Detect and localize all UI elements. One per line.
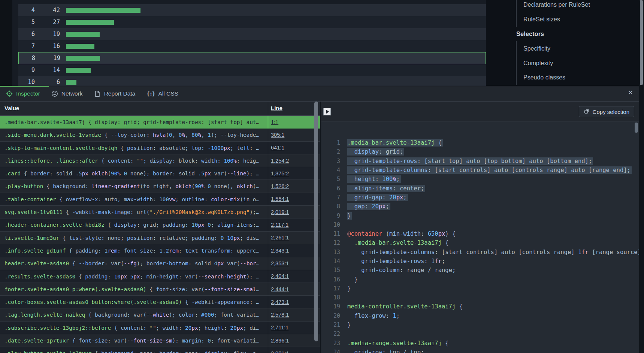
frequency-row[interactable]: 442: [18, 4, 486, 16]
ruleset-value-cell: header.svelte-asdas0 { --border: var(--f…: [4, 257, 264, 269]
line-number: 4: [321, 167, 340, 174]
frequency-row[interactable]: 914: [18, 64, 486, 76]
panel-toggle-icon[interactable]: [323, 108, 331, 115]
line-link[interactable]: 2,901:1: [271, 347, 289, 353]
table-row[interactable]: .color-boxes.svelte-asdas0 button:where(…: [0, 296, 320, 308]
table-row[interactable]: .subscribe.svelte-13gboj2::before { cont…: [0, 322, 320, 334]
table-row[interactable]: .media-bar.svelte-13aai7j { display: gri…: [0, 116, 320, 129]
frequency-row[interactable]: 619: [18, 28, 486, 40]
line-link[interactable]: 2,261:1: [271, 232, 289, 244]
table-row[interactable]: .header-container.svelte-kbdi8z { displa…: [0, 218, 320, 231]
table-row[interactable]: .table-container { overflow-x: auto; max…: [0, 193, 320, 206]
table-row[interactable]: .card { border: solid .5px oklch(90% 0 n…: [0, 167, 320, 180]
inspector-panel: Inspector Network Report Data {:} All: [0, 86, 639, 353]
page-scrollbar-thumb[interactable]: [640, 0, 643, 85]
code-line-text: display: grid;: [347, 148, 404, 156]
line-link[interactable]: 2,711:1: [271, 322, 288, 334]
frequency-row[interactable]: 819: [18, 52, 486, 64]
ruleset-value-cell: .play-button.svelte-1p7tuxr { background…: [4, 347, 264, 353]
frequency-row[interactable]: 716: [18, 40, 486, 52]
code-line: 1.media-bar.svelte-13aai7j {: [321, 138, 639, 147]
bar: [66, 20, 114, 25]
bar: [66, 80, 76, 85]
table-row[interactable]: .lines::before, .lines::after { content:…: [0, 154, 320, 167]
code-line-text: grid-template-rows: [start top] auto [to…: [347, 157, 593, 165]
code-line-text: gap: 20px;: [347, 203, 390, 210]
table-row[interactable]: .date.svelte-1p7tuxr { font-size: var(--…: [0, 334, 320, 347]
ruleset-value-cell: .play-button { background: linear-gradie…: [4, 180, 264, 192]
code-scrollbar-thumb[interactable]: [635, 123, 638, 133]
table-scrollbar-thumb[interactable]: [314, 102, 318, 341]
frequency-row[interactable]: 106: [18, 76, 486, 86]
table-row[interactable]: .tag.length.svelte-naikeq { background: …: [0, 308, 320, 321]
code-line-text: }: [347, 322, 351, 328]
ruleset-value-cell: .lines::before, .lines::after { content:…: [4, 154, 264, 167]
line-link[interactable]: 2,353:1: [271, 257, 289, 269]
line-link[interactable]: 1,554:1: [271, 193, 289, 205]
frequency-row[interactable]: 527: [18, 16, 486, 28]
line-link[interactable]: 305:1: [271, 129, 284, 141]
code-line: 14 grid-template-rows: 1fr;: [321, 257, 639, 266]
line-link[interactable]: 2,444:1: [271, 283, 289, 295]
sidebar-item[interactable]: RuleSet sizes: [523, 12, 632, 27]
line-link[interactable]: 641:1: [271, 142, 284, 154]
ruleset-value-cell: .tag.length.svelte-naikeq { background: …: [4, 308, 264, 321]
sidebar-item[interactable]: Declarations per RuleSet: [523, 0, 632, 12]
bucket-label: 9: [18, 67, 35, 73]
code-line: 3 grid-template-rows: [start top] auto […: [321, 157, 639, 166]
code-line-text: height: 100%;: [347, 175, 401, 183]
line-link[interactable]: 1,526:2: [271, 180, 289, 192]
code-line: 22: [321, 329, 639, 338]
line-link[interactable]: 1,375:2: [271, 167, 289, 179]
line-link[interactable]: 2,404:1: [271, 270, 289, 283]
line-link[interactable]: 1:1: [271, 116, 278, 128]
line-number: 15: [321, 267, 340, 274]
bar: [66, 8, 140, 13]
table-row[interactable]: .play-button.svelte-1p7tuxr { background…: [0, 347, 320, 353]
bar: [66, 44, 94, 49]
sidebar-item[interactable]: Complexity: [523, 56, 632, 70]
tab-report-data[interactable]: Report Data: [94, 90, 136, 97]
count-value: 42: [35, 7, 60, 13]
line-link[interactable]: 2,578:1: [271, 308, 289, 321]
column-header-line[interactable]: Line: [271, 105, 282, 111]
line-link[interactable]: 2,896:1: [271, 334, 289, 347]
ruleset-value-cell: .subscribe.svelte-13gboj2::before { cont…: [4, 322, 264, 334]
table-row[interactable]: .skip-to-main-content.svelte-dbylqh { po…: [0, 142, 320, 154]
ruleset-value-cell: .color-boxes.svelte-asdas0 button:where(…: [4, 296, 264, 308]
code-line-text: flex-grow: 1;: [347, 313, 400, 319]
line-link[interactable]: 2,473:1: [271, 296, 289, 308]
code-line-text: }: [347, 285, 351, 292]
frequency-chart: 442527619716819914106: [12, 0, 486, 86]
table-row[interactable]: .results.svelte-asdas0 { padding: 10px 5…: [0, 270, 320, 283]
code-editor[interactable]: 1.media-bar.svelte-13aai7j {2 display: g…: [321, 121, 639, 353]
code-line: 7 grid-gap: 20px;: [321, 193, 639, 202]
line-link[interactable]: 2,019:1: [271, 206, 289, 218]
copy-selection-button[interactable]: Copy selection: [579, 106, 634, 117]
sidebar-item[interactable]: Specificity: [523, 41, 632, 56]
count-value: 27: [35, 19, 60, 25]
table-row[interactable]: svg.svelte-1tw8111 { -webkit-mask-image:…: [0, 206, 320, 218]
table-row[interactable]: .side-menu.dark.svelte-1vsndze { --toy-c…: [0, 129, 320, 141]
sidebar-item[interactable]: Pseudo classes: [523, 70, 632, 85]
tab-inspector[interactable]: Inspector: [6, 90, 40, 97]
line-link[interactable]: 2,343:1: [271, 244, 289, 257]
table-row[interactable]: .play-button { background: linear-gradie…: [0, 180, 320, 193]
count-value: 19: [35, 31, 60, 37]
frequency-chart-region: 442527619716819914106 Declarations per R…: [0, 0, 644, 86]
panel-tab-bar: Inspector Network Report Data {:} All: [0, 86, 639, 102]
table-row[interactable]: header.svelte-asdas0 { --border: var(--f…: [0, 257, 320, 270]
close-icon[interactable]: ✕: [628, 89, 633, 97]
table-row[interactable]: .info.svelte-gd1unf { padding: 1rem; fon…: [0, 244, 320, 257]
bucket-label: 4: [18, 7, 35, 13]
page-scrollbar[interactable]: [639, 0, 644, 353]
tab-all-css[interactable]: {:} All CSS: [146, 90, 178, 97]
tab-network[interactable]: Network: [51, 90, 83, 97]
table-row[interactable]: li.svelte-1ume3ur { list-style: none; po…: [0, 232, 320, 244]
line-link[interactable]: 2,117:1: [271, 218, 288, 231]
line-link[interactable]: 1,254:2: [271, 154, 289, 167]
line-number: 17: [321, 285, 340, 292]
table-row[interactable]: footer.svelte-asdas0 p:where(.svelte-asd…: [0, 283, 320, 296]
line-number: 21: [321, 322, 340, 328]
code-line-text: grid-row: top / top;: [347, 349, 424, 353]
